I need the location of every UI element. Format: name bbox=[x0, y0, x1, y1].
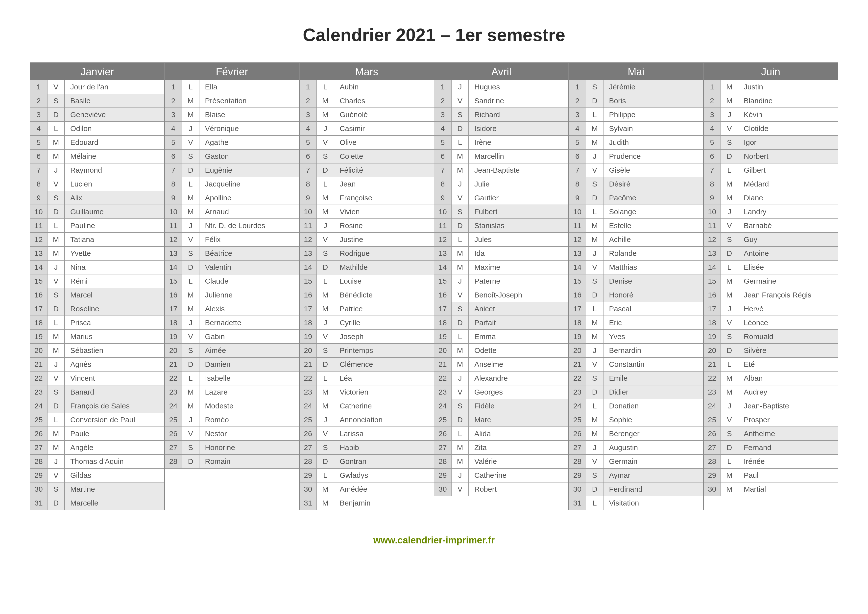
saint-name: Marc bbox=[469, 413, 568, 426]
day-row: 29LGwladys bbox=[300, 469, 434, 482]
day-of-week: D bbox=[317, 455, 334, 468]
saint-name: Yvette bbox=[65, 247, 164, 260]
day-number: 26 bbox=[300, 427, 317, 440]
saint-name: Sophie bbox=[603, 413, 703, 426]
day-row: 10SFulbert bbox=[434, 205, 568, 219]
day-of-week: D bbox=[182, 261, 200, 274]
saint-name: Valentin bbox=[200, 261, 299, 274]
saint-name: Conversion de Paul bbox=[65, 413, 164, 426]
day-number: 21 bbox=[300, 358, 317, 371]
day-row: 7JRaymond bbox=[30, 163, 164, 177]
saint-name: Jacqueline bbox=[200, 177, 299, 191]
day-of-week: D bbox=[317, 261, 334, 274]
day-of-week: D bbox=[721, 149, 738, 163]
day-row: 12VFélix bbox=[165, 233, 299, 247]
saint-name: Véronique bbox=[200, 122, 299, 135]
saint-name: Isidore bbox=[469, 122, 568, 135]
saint-name: Didier bbox=[603, 385, 703, 399]
day-number: 29 bbox=[300, 469, 317, 482]
day-number: 25 bbox=[569, 413, 586, 426]
day-number: 18 bbox=[569, 316, 586, 330]
saint-name: Benjamin bbox=[334, 496, 434, 510]
day-number: 3 bbox=[300, 108, 317, 121]
saint-name: Pauline bbox=[65, 219, 164, 232]
day-row: 12MAchille bbox=[569, 233, 703, 247]
footer: www.calendrier-imprimer.fr bbox=[30, 535, 838, 546]
saint-name: Agnès bbox=[65, 358, 164, 371]
saint-name: Philippe bbox=[603, 108, 703, 121]
day-row: 20DSilvère bbox=[704, 344, 838, 358]
day-of-week: J bbox=[721, 205, 738, 218]
day-of-week: L bbox=[451, 427, 469, 440]
day-row: 1JHugues bbox=[434, 80, 568, 94]
day-row: 24DFrançois de Sales bbox=[30, 399, 164, 413]
day-of-week: L bbox=[586, 205, 603, 218]
saint-name: Prudence bbox=[603, 149, 703, 163]
day-of-week: S bbox=[182, 344, 200, 357]
day-row: 30SMartine bbox=[30, 482, 164, 496]
day-number: 25 bbox=[30, 413, 48, 426]
month-column: Mars1LAubin2MCharles3MGuénolé4JCasimir5V… bbox=[300, 62, 434, 510]
saint-name: Julie bbox=[469, 177, 568, 191]
day-row: 18LPrisca bbox=[30, 316, 164, 330]
day-row: 13SRodrigue bbox=[300, 247, 434, 261]
day-of-week: M bbox=[451, 358, 469, 371]
saint-name: Hervé bbox=[738, 302, 838, 316]
day-of-week: M bbox=[48, 149, 65, 163]
day-row: 17JHervé bbox=[704, 302, 838, 316]
day-row: 7LGilbert bbox=[704, 163, 838, 177]
day-row: 4VClotilde bbox=[704, 122, 838, 136]
day-of-week: M bbox=[317, 108, 334, 121]
day-of-week: D bbox=[317, 358, 334, 371]
day-row: 9DPacôme bbox=[569, 191, 703, 205]
saint-name: Ida bbox=[469, 247, 568, 260]
day-number: 6 bbox=[569, 149, 586, 163]
saint-name: Prisca bbox=[65, 316, 164, 330]
month-column: Février1LElla2MPrésentation3MBlaise4JVér… bbox=[165, 62, 299, 510]
day-row: 4MSylvain bbox=[569, 122, 703, 136]
day-of-week: M bbox=[721, 94, 738, 107]
day-number: 10 bbox=[704, 205, 721, 218]
day-number: 29 bbox=[30, 469, 48, 482]
day-row: 4DIsidore bbox=[434, 122, 568, 136]
saint-name: Anselme bbox=[469, 358, 568, 371]
saint-name: Valérie bbox=[469, 455, 568, 468]
footer-link[interactable]: www.calendrier-imprimer.fr bbox=[374, 535, 495, 546]
day-number: 2 bbox=[704, 94, 721, 107]
day-number: 17 bbox=[165, 302, 182, 316]
day-row: 26LAlida bbox=[434, 427, 568, 441]
saint-name: Landry bbox=[738, 205, 838, 218]
saint-name: François de Sales bbox=[65, 399, 164, 413]
day-of-week: J bbox=[317, 316, 334, 330]
day-of-week: V bbox=[182, 136, 200, 149]
day-row: 6JPrudence bbox=[569, 149, 703, 163]
day-number: 13 bbox=[165, 247, 182, 260]
saint-name: Jean-Baptiste bbox=[469, 163, 568, 177]
day-row: 26SAnthelme bbox=[704, 427, 838, 441]
saint-name: Odilon bbox=[65, 122, 164, 135]
day-of-week: S bbox=[586, 469, 603, 482]
saint-name: Aymar bbox=[603, 469, 703, 482]
day-row: 25VProsper bbox=[704, 413, 838, 427]
day-of-week: J bbox=[451, 372, 469, 385]
day-row: 2MCharles bbox=[300, 94, 434, 108]
saint-name: Félix bbox=[200, 233, 299, 246]
saint-name: Léonce bbox=[738, 316, 838, 330]
saint-name: Emma bbox=[469, 330, 568, 343]
day-row: 24JJean-Baptiste bbox=[704, 399, 838, 413]
day-row: 21VConstantin bbox=[569, 358, 703, 372]
day-of-week: S bbox=[586, 372, 603, 385]
saint-name: Paterne bbox=[469, 274, 568, 288]
day-row: 9SAlix bbox=[30, 191, 164, 205]
day-number: 24 bbox=[434, 399, 451, 413]
day-number: 6 bbox=[704, 149, 721, 163]
saint-name: Médard bbox=[738, 177, 838, 191]
day-of-week: M bbox=[586, 233, 603, 246]
day-of-week: L bbox=[451, 136, 469, 149]
day-row: 19LEmma bbox=[434, 330, 568, 344]
saint-name: Rodrigue bbox=[334, 247, 434, 260]
day-of-week: J bbox=[182, 413, 200, 426]
day-row: 13MIda bbox=[434, 247, 568, 261]
day-row: 11LPauline bbox=[30, 219, 164, 233]
saint-name: Hugues bbox=[469, 80, 568, 93]
